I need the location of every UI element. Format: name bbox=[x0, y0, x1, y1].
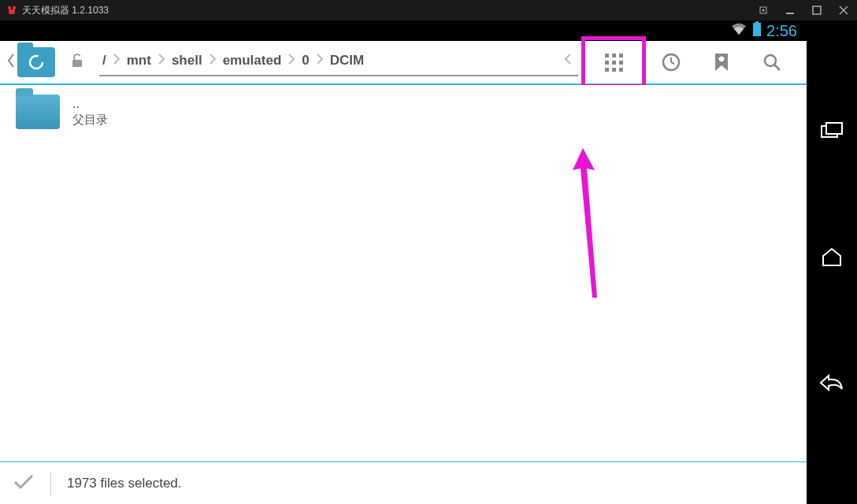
svg-point-0 bbox=[8, 6, 11, 9]
home-folder-icon bbox=[17, 47, 55, 77]
breadcrumb-dcim[interactable]: DCIM bbox=[327, 53, 367, 69]
window-title: 天天模拟器 1.2.1033 bbox=[22, 4, 109, 17]
breadcrumb-0[interactable]: 0 bbox=[299, 53, 312, 69]
svg-rect-2 bbox=[9, 9, 15, 14]
breadcrumb-scroll-left[interactable] bbox=[564, 53, 572, 69]
unlock-icon[interactable] bbox=[68, 51, 87, 73]
svg-line-15 bbox=[671, 62, 674, 64]
nav-back-button[interactable] bbox=[816, 367, 848, 398]
bookmarks-button[interactable] bbox=[706, 46, 737, 78]
breadcrumb: / mnt shell emulated bbox=[99, 48, 578, 76]
window-titlebar: 天天模拟器 1.2.1033 bbox=[0, 0, 857, 20]
window-maximize-button[interactable] bbox=[810, 3, 824, 17]
window-settings-button[interactable] bbox=[756, 3, 770, 17]
svg-point-1 bbox=[13, 6, 16, 9]
app-toolbar: / mnt shell emulated bbox=[0, 41, 807, 85]
folder-icon bbox=[16, 94, 60, 129]
grid-icon bbox=[605, 54, 623, 72]
search-icon bbox=[762, 52, 782, 72]
clock-icon bbox=[661, 52, 681, 72]
file-list: .. 父目录 bbox=[0, 85, 807, 461]
back-icon bbox=[818, 373, 845, 392]
svg-rect-12 bbox=[72, 60, 82, 67]
breadcrumb-emulated[interactable]: emulated bbox=[220, 53, 285, 69]
svg-rect-6 bbox=[813, 6, 821, 14]
svg-point-11 bbox=[30, 56, 43, 69]
file-name: .. bbox=[72, 97, 108, 111]
breadcrumb-root[interactable]: / bbox=[99, 53, 109, 69]
bookmark-icon bbox=[713, 52, 730, 72]
chevron-right-icon bbox=[209, 53, 217, 69]
file-sublabel: 父目录 bbox=[72, 113, 108, 128]
svg-rect-19 bbox=[826, 123, 842, 134]
chevron-right-icon bbox=[288, 53, 295, 69]
annotation-highlight bbox=[581, 36, 646, 88]
history-button[interactable] bbox=[655, 46, 687, 78]
divider bbox=[50, 472, 51, 495]
svg-point-16 bbox=[765, 55, 776, 66]
recent-apps-icon bbox=[820, 121, 844, 140]
svg-line-17 bbox=[774, 65, 780, 70]
view-grid-button[interactable] bbox=[598, 46, 629, 78]
chevron-right-icon bbox=[158, 53, 165, 69]
chevron-right-icon bbox=[316, 53, 324, 69]
status-footer: 1973 files selected. bbox=[0, 461, 807, 504]
breadcrumb-mnt[interactable]: mnt bbox=[124, 53, 154, 69]
svg-rect-10 bbox=[753, 23, 761, 36]
svg-rect-9 bbox=[755, 21, 759, 23]
nav-recent-button[interactable] bbox=[816, 115, 848, 146]
check-icon bbox=[13, 473, 35, 494]
svg-point-4 bbox=[762, 9, 765, 12]
selection-status: 1973 files selected. bbox=[67, 476, 182, 491]
window-minimize-button[interactable] bbox=[783, 3, 797, 17]
annotation-arrow bbox=[567, 148, 614, 306]
breadcrumb-shell[interactable]: shell bbox=[169, 53, 206, 69]
chevron-right-icon bbox=[113, 53, 121, 69]
search-button[interactable] bbox=[756, 46, 788, 78]
parent-directory-item[interactable]: .. 父目录 bbox=[0, 85, 807, 139]
window-close-button[interactable] bbox=[837, 3, 851, 17]
home-button[interactable] bbox=[6, 47, 55, 77]
nav-home-button[interactable] bbox=[816, 241, 848, 272]
home-icon bbox=[820, 246, 844, 267]
chevron-left-icon bbox=[6, 53, 16, 72]
android-nav-bar bbox=[807, 20, 857, 504]
app-logo-icon bbox=[6, 5, 17, 16]
